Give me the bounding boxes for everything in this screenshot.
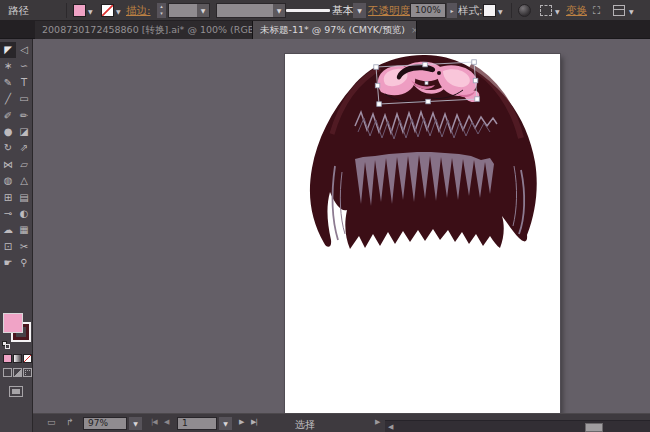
pencil-tool[interactable]: ✏ [16, 108, 32, 124]
first-artboard-button[interactable]: |◀ [151, 418, 157, 426]
stepper-up-icon[interactable]: ▴ [160, 3, 163, 9]
recolor-artwork-icon[interactable] [518, 4, 531, 17]
document-tab-inactive[interactable]: 2008730172458860 [转换].ai* @ 100% (RGB/预览… [35, 21, 253, 39]
column-graph-tool[interactable]: ▦ [16, 222, 32, 238]
blend-tool[interactable]: ◐ [16, 206, 32, 222]
symbol-sprayer-tool[interactable]: ☁ [0, 222, 16, 238]
transform-panel-link[interactable]: 变换 [566, 4, 587, 18]
object-type-label: 路径 [8, 4, 29, 18]
handle-top-left[interactable] [374, 65, 379, 70]
zoom-level-input[interactable]: 97% [83, 417, 127, 430]
shape-builder-tool[interactable]: ◍ [0, 173, 16, 189]
default-stroke-icon [5, 344, 10, 349]
export-arrow-icon[interactable]: ↱ [66, 417, 74, 427]
zoom-dropdown-arrow[interactable]: ▼ [129, 417, 142, 430]
artboard-number-input[interactable]: 1 [177, 417, 217, 430]
blob-brush-tool[interactable]: ● [0, 124, 16, 140]
none-button[interactable] [23, 354, 32, 363]
color-button[interactable] [3, 354, 12, 363]
artboard-tool[interactable]: ⊡ [0, 239, 16, 255]
width-tool[interactable]: ⋈ [0, 157, 16, 173]
canvas-pasteboard[interactable] [33, 39, 650, 413]
slice-tool[interactable]: ✂ [16, 239, 32, 255]
close-icon[interactable]: × [411, 25, 417, 35]
zoom-tool[interactable]: ⚲ [16, 255, 32, 271]
brush-dropdown-arrow[interactable]: ▼ [353, 3, 366, 18]
reference-point[interactable] [425, 82, 428, 85]
mesh-tool[interactable]: ⊞ [0, 190, 16, 206]
last-artboard-button[interactable]: ▶| [251, 418, 257, 426]
stroke-weight-stepper[interactable]: ▴▾ [157, 3, 166, 18]
status-expand-arrow[interactable]: ▶ [375, 418, 380, 426]
fill-color-swatch[interactable] [73, 4, 86, 17]
opacity-input[interactable]: 100% [410, 3, 446, 18]
scale-tool[interactable]: ⇗ [16, 140, 32, 156]
default-fill-stroke-icon[interactable] [2, 341, 11, 349]
handle-middle-left[interactable] [375, 83, 380, 88]
arrange-documents-icon[interactable] [613, 5, 625, 16]
handle-bottom-left[interactable] [377, 102, 382, 107]
line-segment-tool[interactable]: ╱ [0, 91, 16, 107]
drawing-mode-buttons [0, 368, 33, 379]
eyedropper-tool[interactable]: ⊸ [0, 206, 16, 222]
artboard-dropdown-arrow[interactable]: ▼ [219, 417, 232, 430]
magic-wand-tool[interactable]: ∗ [0, 58, 16, 74]
draw-normal-button[interactable] [3, 368, 12, 377]
width-profile-combo[interactable]: ▼ [216, 3, 286, 18]
next-artboard-button[interactable]: ▶ [239, 418, 243, 426]
screen-mode-button[interactable] [9, 386, 23, 397]
handle-middle-right[interactable] [473, 78, 478, 83]
graphic-style-swatch[interactable] [483, 4, 496, 17]
eraser-tool[interactable]: ◪ [16, 124, 32, 140]
free-transform-tool[interactable]: ▱ [16, 157, 32, 173]
stroke-color-swatch[interactable] [101, 4, 114, 17]
hand-tool[interactable]: ☛ [0, 255, 16, 271]
stroke-weight-combo[interactable]: ▼ [168, 3, 210, 18]
gradient-button[interactable] [13, 354, 22, 363]
fill-dropdown-arrow[interactable]: ▼ [88, 8, 93, 15]
selection-tool[interactable]: ◤ [0, 42, 16, 58]
handle-top-right[interactable] [472, 60, 477, 65]
draw-inside-button[interactable] [23, 368, 32, 377]
rounded-rect-icon[interactable]: ▭ [47, 417, 56, 427]
scroll-left-arrow[interactable]: ◀ [388, 423, 393, 431]
handle-top-center[interactable] [423, 62, 428, 67]
tab-title: 未标题-11* @ 97% (CMYK/预览) [260, 24, 405, 37]
type-tool[interactable]: T [16, 75, 32, 91]
artboard[interactable] [285, 54, 560, 413]
style-label: 样式: [458, 4, 483, 18]
draw-behind-button[interactable] [13, 368, 22, 377]
combo-arrow-icon[interactable]: ▼ [273, 4, 285, 17]
perspective-grid-tool[interactable]: △ [16, 173, 32, 189]
pen-tool[interactable]: ✎ [0, 75, 16, 91]
scrollbar-thumb[interactable] [585, 423, 603, 432]
stroke-panel-link[interactable]: 描边: [126, 4, 151, 18]
illustrator-window: 路径 ▼ ▼ 描边: ▴▾ ▼ ▼ 基本 ▼ 不透明度: 100% ▸ 样式: … [0, 0, 650, 432]
stroke-dropdown-arrow[interactable]: ▼ [116, 8, 121, 15]
select-similar-icon[interactable] [540, 5, 552, 16]
horizontal-scrollbar[interactable]: ◀ [385, 420, 650, 432]
direct-selection-tool[interactable]: ◁ [16, 42, 32, 58]
stepper-down-icon[interactable]: ▾ [160, 10, 163, 16]
fill-color-indicator[interactable] [3, 313, 23, 333]
rectangle-tool[interactable]: ▭ [16, 91, 32, 107]
handle-bottom-center[interactable] [426, 99, 431, 104]
opacity-panel-link[interactable]: 不透明度: [368, 4, 414, 18]
document-tab-bar: 2008730172458860 [转换].ai* @ 100% (RGB/预览… [0, 21, 650, 39]
paintbrush-tool[interactable]: ✐ [0, 108, 16, 124]
previous-artboard-button[interactable]: ◀ [164, 418, 168, 426]
brush-definition-value[interactable]: 基本 [332, 4, 353, 18]
hair-artwork [285, 54, 560, 413]
style-dropdown-arrow[interactable]: ▼ [498, 8, 503, 15]
rotate-tool[interactable]: ↻ [0, 140, 16, 156]
arrange-documents-arrow[interactable]: ▼ [629, 8, 634, 15]
document-tab-active[interactable]: 未标题-11* @ 97% (CMYK/预览) × [253, 21, 417, 39]
select-similar-arrow[interactable]: ▼ [555, 8, 560, 15]
lasso-tool[interactable]: ∽ [16, 58, 32, 74]
combo-arrow-icon[interactable]: ▼ [197, 4, 209, 17]
full-screen-corners-icon[interactable]: ⛶ [590, 4, 603, 17]
current-tool-status: 选择 [295, 418, 315, 432]
handle-bottom-right[interactable] [475, 97, 480, 102]
gradient-tool[interactable]: ▤ [16, 190, 32, 206]
opacity-open-arrow[interactable]: ▸ [447, 3, 457, 18]
